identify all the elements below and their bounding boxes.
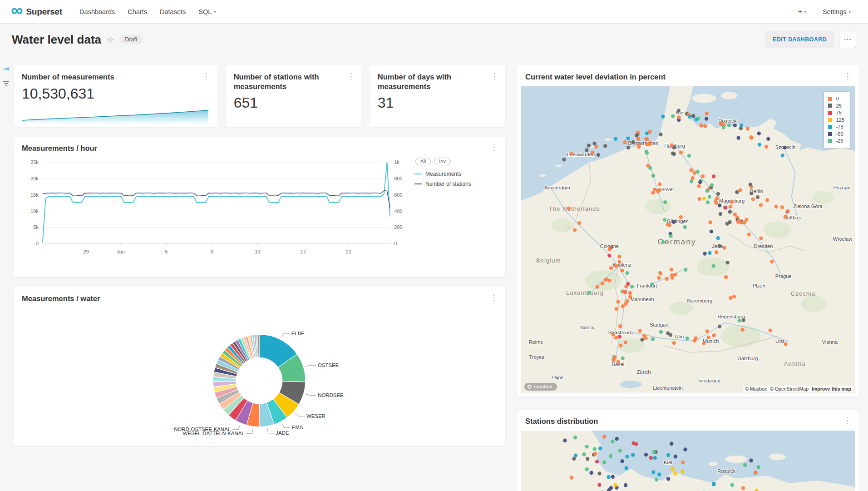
nav-sql[interactable]: SQL▾ — [192, 8, 222, 15]
station-dot[interactable] — [715, 250, 718, 254]
station-dot[interactable] — [647, 142, 651, 146]
station-dot[interactable] — [661, 114, 665, 118]
station-dot[interactable] — [651, 282, 654, 286]
station-dot[interactable] — [628, 295, 632, 298]
station-dot[interactable] — [725, 261, 729, 264]
station-dot[interactable] — [784, 342, 787, 346]
station-dot[interactable] — [657, 472, 661, 476]
station-dot[interactable] — [735, 190, 739, 193]
station-dot[interactable] — [573, 435, 577, 439]
station-dot[interactable] — [652, 450, 656, 454]
station-dot[interactable] — [730, 200, 734, 203]
station-dot[interactable] — [618, 324, 622, 328]
station-dot[interactable] — [759, 203, 763, 207]
station-dot[interactable] — [725, 222, 729, 225]
station-dot[interactable] — [597, 153, 600, 157]
station-dot[interactable] — [574, 453, 577, 457]
nav-charts[interactable]: Charts — [121, 8, 153, 15]
station-dot[interactable] — [719, 212, 722, 215]
station-dot[interactable] — [644, 452, 648, 456]
station-dot[interactable] — [703, 252, 706, 255]
station-dot[interactable] — [738, 188, 742, 192]
station-dot[interactable] — [618, 449, 622, 453]
station-dot[interactable] — [766, 137, 770, 140]
station-dot[interactable] — [563, 438, 567, 442]
station-dot[interactable] — [746, 127, 750, 130]
station-dot[interactable] — [611, 475, 615, 479]
station-dot[interactable] — [577, 221, 581, 224]
station-dot[interactable] — [764, 145, 768, 149]
station-dot[interactable] — [749, 458, 753, 462]
station-dot[interactable] — [711, 264, 715, 268]
series-filter-pill-all[interactable]: All — [415, 158, 431, 165]
station-dot[interactable] — [616, 360, 620, 363]
station-dot[interactable] — [587, 291, 591, 294]
station-dot[interactable] — [719, 121, 723, 125]
station-dot[interactable] — [747, 233, 751, 236]
station-dot[interactable] — [671, 276, 674, 279]
station-dot[interactable] — [705, 112, 709, 115]
station-dot[interactable] — [614, 264, 618, 268]
station-dot[interactable] — [686, 336, 689, 340]
kebab-menu-icon[interactable]: ⋮ — [201, 72, 211, 80]
station-dot[interactable] — [624, 284, 628, 288]
station-dot[interactable] — [593, 447, 597, 451]
station-dot[interactable] — [655, 477, 658, 481]
station-dot[interactable] — [784, 214, 787, 218]
kebab-menu-icon[interactable]: ⋮ — [347, 72, 355, 80]
station-dot[interactable] — [757, 465, 760, 469]
station-dot[interactable] — [672, 220, 676, 223]
station-dot[interactable] — [651, 470, 655, 474]
station-dot[interactable] — [607, 253, 611, 257]
station-dot[interactable] — [691, 176, 695, 180]
station-dot[interactable] — [663, 200, 667, 204]
station-dot[interactable] — [758, 143, 761, 146]
series-filter-pill-inv[interactable]: Inv — [434, 158, 451, 165]
station-dot[interactable] — [783, 145, 786, 149]
station-dot[interactable] — [691, 114, 695, 118]
station-dot[interactable] — [681, 460, 685, 464]
station-dot[interactable] — [653, 456, 657, 460]
station-dot[interactable] — [585, 467, 589, 471]
station-dot[interactable] — [618, 335, 621, 338]
station-dot[interactable] — [665, 277, 669, 281]
station-dot[interactable] — [740, 327, 744, 331]
station-dot[interactable] — [712, 481, 715, 486]
station-dot[interactable] — [592, 141, 596, 145]
station-dot[interactable] — [728, 210, 732, 213]
station-dot[interactable] — [605, 278, 608, 281]
station-dot[interactable] — [625, 455, 629, 459]
station-dot[interactable] — [603, 144, 607, 148]
station-dot[interactable] — [621, 356, 624, 360]
station-dot[interactable] — [613, 483, 617, 487]
station-dot[interactable] — [718, 244, 721, 248]
station-dot[interactable] — [732, 294, 736, 298]
station-dot[interactable] — [786, 209, 789, 213]
station-dot[interactable] — [694, 336, 698, 340]
station-dot[interactable] — [658, 188, 661, 192]
station-dot[interactable] — [601, 282, 604, 285]
improve-map-link[interactable]: Improve this map — [812, 386, 851, 392]
legend-item-measurements[interactable]: Measurements — [414, 171, 501, 177]
station-dot[interactable] — [701, 174, 705, 178]
station-dot[interactable] — [666, 477, 670, 481]
station-dot[interactable] — [697, 197, 701, 200]
station-dot[interactable] — [677, 109, 681, 112]
station-dot[interactable] — [718, 324, 721, 328]
station-dot[interactable] — [715, 201, 718, 204]
map-legend-item[interactable]: 75 — [828, 109, 844, 117]
station-dot[interactable] — [669, 234, 673, 238]
station-dot[interactable] — [683, 447, 687, 451]
station-dot[interactable] — [769, 328, 772, 332]
station-dot[interactable] — [602, 460, 606, 464]
legend-item-stations[interactable]: Number of stations — [414, 181, 501, 187]
station-dot[interactable] — [715, 196, 719, 200]
station-dot[interactable] — [757, 131, 761, 135]
station-dot[interactable] — [740, 220, 743, 224]
station-dot[interactable] — [607, 475, 611, 479]
station-dot[interactable] — [702, 342, 705, 345]
station-dot[interactable] — [622, 289, 626, 293]
station-dot[interactable] — [677, 115, 681, 119]
kebab-menu-icon[interactable]: ⋮ — [490, 72, 499, 80]
station-dot[interactable] — [684, 268, 687, 271]
